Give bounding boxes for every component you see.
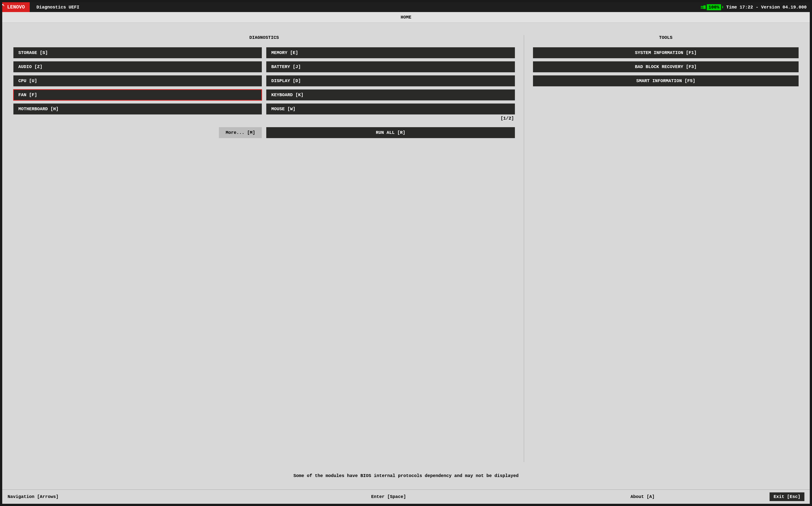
diagnostics-title: DIAGNOSTICS (13, 35, 515, 40)
diag-keyboard-button[interactable]: KEYBOARD [K] (266, 89, 515, 100)
diagnostics-grid: STORAGE [S] MEMORY [E] AUDIO [Z] BATTERY… (13, 47, 515, 114)
tools-title: TOOLS (533, 35, 799, 40)
diag-battery-button[interactable]: BATTERY [J] (266, 61, 515, 72)
footer-about-hint: About [A] (516, 494, 769, 499)
time-version-text: Time 17:22 - Version 04.19.000 (726, 5, 810, 10)
power-plug-icon (701, 5, 706, 9)
screen: LENOVO Diagnostics UEFI 100% Time 17:22 … (0, 0, 812, 506)
footer-enter-hint: Enter [Space] (262, 494, 516, 499)
tools-panel: TOOLS SYSTEM INFORMATION [F1] BAD BLOCK … (524, 35, 799, 462)
info-message: Some of the modules have BIOS internal p… (2, 467, 810, 490)
battery-percent: 100% (707, 4, 721, 10)
diagnostics-actions: More... [M] RUN ALL [R] (13, 127, 515, 138)
brand-logo: LENOVO (2, 2, 30, 12)
page-indicator: [1/2] (13, 116, 515, 121)
battery-status: 100% (701, 4, 726, 10)
breadcrumb-home: HOME (2, 12, 810, 23)
more-button[interactable]: More... [M] (219, 127, 262, 138)
tool-smart-information-button[interactable]: SMART INFORMATION [F5] (533, 75, 799, 86)
main-content: DIAGNOSTICS STORAGE [S] MEMORY [E] AUDIO… (2, 23, 810, 467)
footer-bar: Navigation [Arrows] Enter [Space] About … (2, 490, 810, 504)
diag-fan-button[interactable]: FAN [F] (13, 89, 262, 100)
diag-mouse-button[interactable]: MOUSE [W] (266, 103, 515, 114)
run-all-button[interactable]: RUN ALL [R] (266, 127, 515, 138)
tool-system-information-button[interactable]: SYSTEM INFORMATION [F1] (533, 47, 799, 58)
header-bar: LENOVO Diagnostics UEFI 100% Time 17:22 … (2, 2, 810, 12)
diag-display-button[interactable]: DISPLAY [D] (266, 75, 515, 86)
app-title: Diagnostics UEFI (30, 5, 701, 10)
footer-navigation-hint: Navigation [Arrows] (8, 494, 262, 499)
diag-memory-button[interactable]: MEMORY [E] (266, 47, 515, 58)
battery-tip-icon (722, 6, 723, 8)
tools-list: SYSTEM INFORMATION [F1] BAD BLOCK RECOVE… (533, 47, 799, 86)
tool-bad-block-recovery-button[interactable]: BAD BLOCK RECOVERY [F3] (533, 61, 799, 72)
diag-storage-button[interactable]: STORAGE [S] (13, 47, 262, 58)
exit-button[interactable]: Exit [Esc] (769, 492, 804, 501)
diag-audio-button[interactable]: AUDIO [Z] (13, 61, 262, 72)
diag-cpu-button[interactable]: CPU [U] (13, 75, 262, 86)
diagnostics-panel: DIAGNOSTICS STORAGE [S] MEMORY [E] AUDIO… (13, 35, 524, 462)
diag-motherboard-button[interactable]: MOTHERBOARD [H] (13, 103, 262, 114)
